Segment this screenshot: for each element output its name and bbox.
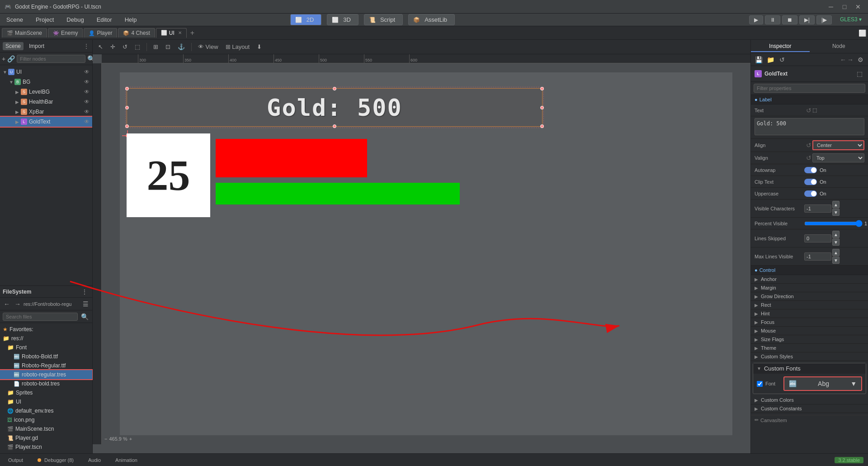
menu-editor[interactable]: Editor [94, 15, 115, 24]
fs-item-font[interactable]: 📁 Font [0, 343, 92, 352]
percent-visible-range[interactable] [804, 220, 863, 227]
align-select[interactable]: Center Left Right Fill [812, 140, 864, 150]
anchor-button[interactable]: ⚓ [175, 43, 188, 51]
select-tool-button[interactable]: ↖ [95, 43, 106, 51]
visibility-healthbar[interactable]: 👁 [84, 99, 90, 105]
node-tab[interactable]: Node [810, 41, 868, 52]
grow-direction-collapsible[interactable]: ▶ Grow Direction [751, 292, 868, 301]
visible-chars-up[interactable]: ▲ [832, 201, 840, 208]
inspector-forward-button[interactable]: → [847, 56, 854, 63]
filter-nodes-input[interactable] [17, 55, 85, 63]
handle-top-left[interactable] [125, 87, 129, 90]
handle-bottom-middle[interactable] [333, 124, 336, 128]
max-lines-up[interactable]: ▲ [832, 249, 840, 256]
pause-button[interactable]: ⏸ [765, 15, 780, 24]
font-preview-button[interactable]: 🔤 Abg ▼ [783, 376, 862, 391]
stop-button[interactable]: ⏹ [782, 15, 797, 24]
panel-options-icon[interactable]: ⋮ [83, 43, 90, 50]
handle-top-middle[interactable] [333, 87, 336, 90]
play-custom-button[interactable]: |▶ [816, 15, 832, 24]
visibility-goldtext[interactable]: 👁 [84, 119, 90, 125]
import-panel-tab[interactable]: Import [26, 42, 47, 50]
text-reset-button[interactable]: ↺ [806, 107, 811, 114]
filesystem-search-input[interactable] [3, 313, 78, 321]
visibility-ui[interactable]: 👁 [84, 69, 90, 75]
snap-button[interactable]: ⊞ [151, 43, 161, 51]
fs-options-button[interactable]: ⋮ [80, 287, 90, 297]
zoom-reset[interactable]: + [129, 436, 132, 442]
tab-enemy[interactable]: 👾 Enemy [48, 28, 83, 38]
visible-chars-input[interactable] [804, 204, 831, 213]
hint-collapsible[interactable]: ▶ Hint [751, 309, 868, 318]
audio-tab[interactable]: Audio [85, 456, 104, 464]
tab-add-button[interactable]: + [188, 29, 197, 37]
rect-collapsible[interactable]: ▶ Rect [751, 301, 868, 309]
mouse-collapsible[interactable]: ▶ Mouse [751, 327, 868, 335]
custom-styles-collapsible[interactable]: ▶ Custom Styles [751, 352, 868, 361]
inspector-load-button[interactable]: 📁 [765, 55, 775, 65]
inspector-history-button[interactable]: ↺ [777, 55, 787, 65]
align-reset-button[interactable]: ↺ [806, 142, 811, 149]
margin-collapsible[interactable]: ▶ Margin [751, 284, 868, 292]
move-tool-button[interactable]: ✛ [108, 43, 118, 51]
theme-collapsible[interactable]: ▶ Theme [751, 344, 868, 352]
scene-panel-tab[interactable]: Scene [3, 42, 24, 50]
debugger-tab[interactable]: Debugger (8) [34, 456, 77, 464]
handle-bottom-right[interactable] [540, 124, 544, 128]
fullscreen-button[interactable]: ⬜ [859, 29, 866, 37]
fs-item-player-tscn[interactable]: 🎬 Player.tscn [0, 442, 92, 452]
fs-item-roboto-regular-tres[interactable]: 🔤 roboto-regular.tres [0, 370, 92, 379]
fs-item-default-env[interactable]: 🌐 default_env.tres [0, 406, 92, 415]
tree-item-xpbar[interactable]: ▶ S XpBar 👁 [0, 107, 92, 117]
tree-item-goldtext[interactable]: ▶ L GoldText 👁 [0, 117, 92, 127]
view-button[interactable]: 👁 View [195, 43, 221, 51]
menu-debug[interactable]: Debug [64, 15, 86, 24]
menu-scene[interactable]: Scene [4, 15, 26, 24]
fs-item-roboto-regular-ttf[interactable]: 🔤 Roboto-Regular.ttf [0, 361, 92, 370]
rotate-tool-button[interactable]: ↺ [120, 43, 130, 51]
mode-assetlib-button[interactable]: 📦 AssetLib [408, 14, 455, 25]
custom-colors-collapsible[interactable]: ▶ Custom Colors [751, 396, 868, 404]
node-title-expand[interactable]: ⬚ [854, 69, 864, 79]
anchor-collapsible[interactable]: ▶ Anchor [751, 275, 868, 284]
play-button[interactable]: ▶ [749, 15, 763, 24]
lines-skipped-up[interactable]: ▲ [832, 231, 840, 238]
gold-text-element[interactable]: Gold: 500 [127, 88, 542, 127]
text-expand-button[interactable]: ⬚ [812, 107, 864, 113]
tab-ui[interactable]: ⬜ UI ✕ [156, 28, 187, 38]
font-checkbox[interactable] [757, 381, 763, 387]
visibility-levelbg[interactable]: 👁 [84, 89, 90, 95]
focus-collapsible[interactable]: ▶ Focus [751, 318, 868, 327]
handle-middle-right[interactable] [540, 106, 544, 109]
fs-back-button[interactable]: ← [2, 299, 12, 309]
menu-help[interactable]: Help [122, 15, 140, 24]
tab-chest[interactable]: 📦 4 Chest [118, 28, 155, 38]
max-lines-down[interactable]: ▼ [832, 257, 840, 264]
handle-bottom-left[interactable] [125, 124, 129, 128]
tab-close-icon[interactable]: ✕ [178, 30, 182, 35]
canvas-area[interactable]: Gold: 500 25 [102, 63, 750, 444]
valign-reset-button[interactable]: ↺ [806, 154, 811, 162]
custom-constants-collapsible[interactable]: ▶ Custom Constants [751, 404, 868, 413]
tree-item-levelbg[interactable]: ▶ S LevelBG 👁 [0, 87, 92, 97]
mode-3d-button[interactable]: ⬜ 3D [327, 14, 359, 25]
fs-forward-button[interactable]: → [13, 299, 23, 309]
tree-item-healthbar[interactable]: ▶ S HealthBar 👁 [0, 97, 92, 107]
fs-item-roboto-bold-tres[interactable]: 📄 roboto-bold.tres [0, 379, 92, 388]
size-flags-collapsible[interactable]: ▶ Size Flags [751, 335, 868, 344]
menu-project[interactable]: Project [33, 15, 57, 24]
lines-skipped-input[interactable] [804, 234, 831, 243]
close-button[interactable]: ✕ [853, 1, 863, 12]
fs-item-res[interactable]: 📁 res:// [0, 334, 92, 343]
output-tab[interactable]: Output [5, 456, 27, 464]
minimize-button[interactable]: ─ [826, 1, 836, 12]
filter-properties-input[interactable] [754, 84, 865, 93]
inspector-tab[interactable]: Inspector [751, 41, 810, 52]
max-lines-input[interactable] [804, 252, 831, 261]
inspector-save-button[interactable]: 💾 [754, 55, 764, 65]
maximize-button[interactable]: □ [839, 1, 850, 12]
clip-text-toggle-box[interactable] [804, 179, 817, 185]
layout-button[interactable]: ⊞ Layout [223, 43, 253, 51]
add-node-button[interactable]: + [2, 54, 5, 64]
fs-search-button[interactable]: 🔍 [80, 312, 90, 322]
